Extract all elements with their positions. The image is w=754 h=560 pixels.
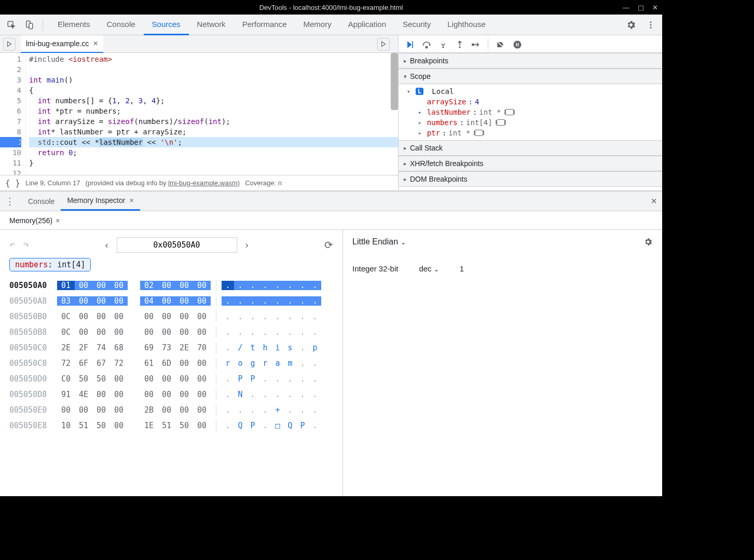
step-icon[interactable] xyxy=(471,39,481,49)
drawer-close-icon[interactable]: × xyxy=(651,195,657,207)
snippet-run-icon[interactable] xyxy=(377,38,390,50)
value-display: 1 xyxy=(460,264,464,273)
svg-rect-9 xyxy=(412,41,413,48)
source-file-tab[interactable]: lmi-bug-example.cc × xyxy=(21,35,103,53)
panel-tabs: ElementsConsoleSourcesNetworkPerformance… xyxy=(49,15,494,35)
dom-section[interactable]: ▸DOM Breakpoints xyxy=(399,171,662,187)
scope-section[interactable]: ▾Scope xyxy=(399,69,662,84)
editor-status-bar: { } Line 9, Column 17 (provided via debu… xyxy=(0,175,398,190)
settings-icon[interactable] xyxy=(624,18,638,32)
highlight-chip[interactable]: numbers: int[4] xyxy=(9,258,91,271)
file-tabstrip: lmi-bug-example.cc × xyxy=(0,35,398,53)
undo-icon[interactable]: ↶ xyxy=(9,241,15,249)
svg-point-11 xyxy=(442,46,444,48)
tab-memory[interactable]: Memory xyxy=(295,15,340,35)
svg-rect-17 xyxy=(518,43,519,46)
svg-rect-16 xyxy=(516,43,517,46)
maximize-icon[interactable]: ▢ xyxy=(638,4,644,11)
file-name: lmi-bug-example.cc xyxy=(26,39,89,48)
close-icon[interactable]: ✕ xyxy=(652,4,658,11)
svg-point-4 xyxy=(650,24,652,25)
tab-elements[interactable]: Elements xyxy=(49,15,99,35)
step-into-icon[interactable] xyxy=(438,39,447,49)
drawer-memory-inspector-tab[interactable]: Memory Inspector× xyxy=(61,192,140,211)
tab-performance[interactable]: Performance xyxy=(234,15,295,35)
drawer-more-icon[interactable]: ⋮ xyxy=(5,196,15,207)
value-base-toggle[interactable]: dec ⌄ xyxy=(419,264,438,273)
tab-network[interactable]: Network xyxy=(189,15,234,35)
scope-var-numbers[interactable]: ▸numbers: int[4] xyxy=(407,117,662,128)
minimize-icon[interactable]: — xyxy=(623,4,629,11)
pause-exceptions-icon[interactable] xyxy=(512,39,522,49)
debugger-toolbar xyxy=(399,35,662,53)
wasm-link[interactable]: lmi-bug-example.wasm xyxy=(168,179,238,187)
deactivate-breakpoints-icon[interactable] xyxy=(496,39,505,49)
xhr-section[interactable]: ▸XHR/fetch Breakpoints xyxy=(399,156,662,171)
tab-sources[interactable]: Sources xyxy=(144,15,189,35)
refresh-icon[interactable]: ⟳ xyxy=(324,239,333,251)
svg-marker-8 xyxy=(407,41,412,48)
devtools-toolbar: ElementsConsoleSourcesNetworkPerformance… xyxy=(0,15,662,35)
device-icon[interactable] xyxy=(22,18,36,32)
close-tab-icon[interactable]: × xyxy=(93,39,98,48)
prev-page-icon[interactable]: ‹ xyxy=(105,240,108,251)
close-icon[interactable]: × xyxy=(129,196,133,204)
window-title: DevTools - localhost:4000/lmi-bug-exampl… xyxy=(259,4,403,11)
callstack-section[interactable]: ▸Call Stack xyxy=(399,140,662,156)
svg-marker-6 xyxy=(8,42,11,46)
tab-console[interactable]: Console xyxy=(99,15,144,35)
breakpoints-section[interactable]: ▸Breakpoints xyxy=(399,53,662,69)
scope-var-arraySize[interactable]: ▸arraySize: 4 xyxy=(407,97,662,107)
drawer-tabstrip: ⋮ Console Memory Inspector× × xyxy=(0,192,662,211)
endianness-toggle[interactable]: Little Endian ⌄ xyxy=(352,237,406,247)
address-nav: ↶ ↷ ‹ › ⟳ xyxy=(9,237,333,253)
svg-point-3 xyxy=(650,21,652,23)
coverage-info: Coverage: n xyxy=(245,179,282,187)
braces-icon[interactable]: { } xyxy=(5,178,20,188)
step-over-icon[interactable] xyxy=(421,39,431,49)
memory-chip-icon[interactable] xyxy=(505,109,514,115)
scrollbar-thumb[interactable] xyxy=(391,53,398,110)
scope-var-ptr[interactable]: ▸ptr: int * xyxy=(407,128,662,138)
value-type: Integer 32-bit xyxy=(352,264,398,273)
svg-rect-2 xyxy=(29,23,33,29)
tab-security[interactable]: Security xyxy=(394,15,439,35)
close-icon[interactable]: × xyxy=(56,216,60,225)
scope-var-lastNumber[interactable]: ▸lastNumber: int * xyxy=(407,107,662,117)
window-titlebar: DevTools - localhost:4000/lmi-bug-exampl… xyxy=(0,0,662,15)
svg-point-5 xyxy=(650,26,652,28)
code-editor[interactable]: 123456789101112 #include <iostream>int m… xyxy=(0,53,398,175)
scope-body: ▾L Local ▸arraySize: 4▸lastNumber: int *… xyxy=(399,84,662,140)
redo-icon[interactable]: ↷ xyxy=(23,241,29,249)
svg-point-15 xyxy=(514,40,522,48)
memory-chip-icon[interactable] xyxy=(497,119,505,126)
next-page-icon[interactable]: › xyxy=(245,240,249,251)
more-icon[interactable] xyxy=(643,18,658,32)
memory-buffer-tab[interactable]: Memory(256) × xyxy=(5,213,64,228)
tab-application[interactable]: Application xyxy=(340,15,394,35)
resume-icon[interactable] xyxy=(405,39,414,49)
memory-chip-icon[interactable] xyxy=(475,130,483,136)
svg-marker-7 xyxy=(382,42,386,46)
drawer-console-tab[interactable]: Console xyxy=(22,193,61,210)
cursor-position: Line 9, Column 17 xyxy=(25,179,80,187)
navigator-toggle-icon[interactable] xyxy=(3,38,16,50)
inspect-icon[interactable] xyxy=(4,18,19,32)
tab-lighthouse[interactable]: Lighthouse xyxy=(439,15,493,35)
svg-point-13 xyxy=(472,44,474,45)
local-badge: L xyxy=(416,88,423,95)
svg-point-10 xyxy=(426,46,427,48)
address-input[interactable] xyxy=(117,237,237,253)
value-settings-icon[interactable] xyxy=(643,237,653,247)
svg-point-12 xyxy=(459,46,460,48)
step-out-icon[interactable] xyxy=(455,39,464,49)
hex-viewer[interactable]: 005050A00100000002000000........005050A8… xyxy=(9,278,333,433)
